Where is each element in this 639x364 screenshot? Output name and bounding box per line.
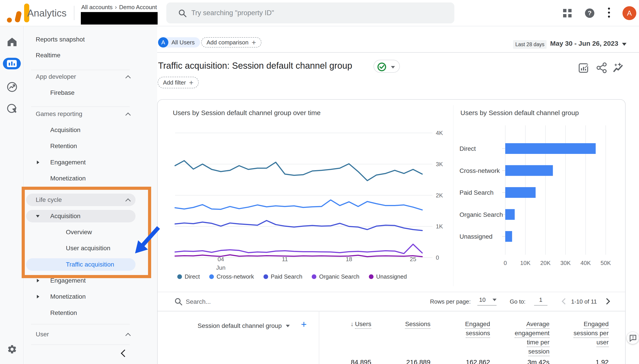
nav-item-label: Games reporting xyxy=(36,110,82,118)
total-cell: 162,862 xyxy=(452,358,490,364)
nav-divider xyxy=(31,106,130,107)
column-header-label: Engaged sessions xyxy=(465,320,490,338)
legend-item-cross-network: Cross-network xyxy=(209,273,254,280)
svg-text:40K: 40K xyxy=(580,260,591,266)
goto-page-label: Go to: xyxy=(510,298,526,305)
next-page-icon[interactable] xyxy=(604,298,611,305)
nav-section-app-developer[interactable]: App developer xyxy=(26,70,136,83)
rows-per-page-value: 10 xyxy=(479,296,486,303)
sidebar-item-engagement[interactable]: Engagement xyxy=(26,156,136,168)
previous-page-icon[interactable] xyxy=(561,298,567,305)
divider xyxy=(158,311,625,311)
rows-per-page-select[interactable]: 10 xyxy=(477,296,497,306)
global-search[interactable] xyxy=(166,2,454,24)
add-comparison-label: Add comparison xyxy=(206,39,248,46)
nav-item-label: User xyxy=(36,331,49,338)
nav-section-games-reporting[interactable]: Games reporting xyxy=(26,108,136,120)
nav-item-label: Retention xyxy=(50,309,77,316)
add-filter-button[interactable]: Add filter+ xyxy=(158,77,199,88)
user-avatar[interactable]: A xyxy=(622,6,636,20)
feedback-button[interactable] xyxy=(626,332,639,344)
topbar-divider xyxy=(74,6,74,20)
divider xyxy=(319,311,319,364)
collapse-nav-icon[interactable] xyxy=(119,349,128,358)
nav-section-user[interactable]: User xyxy=(26,328,136,340)
all-users-segment-chip[interactable]: A All Users xyxy=(158,37,200,48)
column-header-sessions[interactable]: Sessions xyxy=(393,320,431,328)
customize-report-icon[interactable] xyxy=(578,62,589,73)
column-header-engaged-sessions[interactable]: Engaged sessions xyxy=(452,320,490,338)
search-icon xyxy=(178,9,187,18)
legend-label: Unassigned xyxy=(376,273,407,280)
reports-icon-selected[interactable] xyxy=(0,57,24,74)
redacted-property-name xyxy=(81,12,158,24)
explore-icon[interactable] xyxy=(0,78,24,96)
svg-text:3K: 3K xyxy=(436,161,443,168)
svg-text:0: 0 xyxy=(504,260,507,266)
column-header-label: Sessions xyxy=(405,320,431,329)
svg-text:20K: 20K xyxy=(540,260,551,266)
total-cell: 84,895 xyxy=(333,358,371,364)
breadcrumb-account[interactable]: Demo Account xyxy=(119,4,157,10)
add-dimension-icon[interactable]: + xyxy=(301,319,307,330)
column-header-label: Average engagement time per session xyxy=(515,320,549,356)
breadcrumb[interactable]: All accounts›Demo Account xyxy=(81,4,157,11)
sidebar-item-realtime[interactable]: Realtime xyxy=(26,49,136,62)
sidebar-item-acquisition[interactable]: Acquisition xyxy=(26,124,136,136)
legend-item-paid-search: Paid Search xyxy=(263,273,302,280)
settings-gear-icon[interactable] xyxy=(0,340,24,358)
column-header-average-engagement-time-per-session[interactable]: Average engagement time per session xyxy=(511,320,549,356)
chart-legend: DirectCross-networkPaid SearchOrganic Se… xyxy=(177,273,407,280)
share-icon[interactable] xyxy=(596,62,607,73)
add-comparison-button[interactable]: Add comparison+ xyxy=(201,37,261,48)
search-icon xyxy=(174,297,183,306)
total-cell: 216,889 xyxy=(393,358,431,364)
sidebar-item-retention[interactable]: Retention xyxy=(26,140,136,152)
sidebar-item-monetization[interactable]: Monetization xyxy=(26,172,136,185)
left-icon-rail xyxy=(0,26,24,364)
svg-text:1K: 1K xyxy=(436,223,443,230)
segment-label: All Users xyxy=(171,39,195,46)
data-quality-badge[interactable] xyxy=(374,60,400,73)
google-apps-grid-icon[interactable] xyxy=(563,9,572,18)
search-input[interactable] xyxy=(191,2,437,24)
svg-text:0: 0 xyxy=(436,254,439,261)
sidebar-item-firebase[interactable]: Firebase xyxy=(26,86,136,99)
insights-icon[interactable] xyxy=(613,62,624,73)
column-header-users[interactable]: ↓Users xyxy=(333,320,371,328)
advertising-icon[interactable] xyxy=(0,100,24,117)
bar-chart-title: Users by Session default channel group xyxy=(460,109,579,117)
legend-label: Paid Search xyxy=(271,273,302,280)
legend-label: Cross-network xyxy=(217,273,254,280)
dimension-header[interactable]: Session default channel group xyxy=(198,322,290,330)
chevron-up-icon xyxy=(126,332,131,337)
sidebar-item-monetization[interactable]: Monetization xyxy=(26,290,136,303)
svg-text:30K: 30K xyxy=(560,260,571,266)
nav-item-label: Reports snapshot xyxy=(36,36,85,43)
legend-dot xyxy=(369,274,374,279)
expand-right-icon[interactable] xyxy=(37,279,39,282)
svg-text:10K: 10K xyxy=(520,260,531,266)
nav-item-label: Retention xyxy=(50,142,77,150)
page-title: Traffic acquisition: Session default cha… xyxy=(158,61,352,71)
plus-icon: + xyxy=(252,38,256,47)
date-range-badge: Last 28 days xyxy=(513,40,547,49)
column-header-engaged-sessions-per-user[interactable]: Engaged sessions per user xyxy=(571,320,609,347)
more-options-icon[interactable] xyxy=(608,8,610,19)
sidebar-item-retention[interactable]: Retention xyxy=(26,307,136,319)
column-header-label: Users xyxy=(355,320,371,329)
table-search-input[interactable] xyxy=(186,297,297,307)
goto-page-input[interactable]: 1 xyxy=(534,296,547,306)
date-range-selector[interactable]: May 30 - Jun 26, 2023 xyxy=(550,40,618,47)
expand-right-icon[interactable] xyxy=(37,160,39,164)
home-icon[interactable] xyxy=(0,33,24,51)
help-icon[interactable]: ? xyxy=(585,8,594,18)
expand-right-icon[interactable] xyxy=(37,295,39,298)
line-chart-title: Users by Session default channel group o… xyxy=(173,109,321,117)
sidebar-item-reports-snapshot[interactable]: Reports snapshot xyxy=(26,33,136,46)
main-content: A All Users Add comparison+ Last 28 days… xyxy=(157,26,639,364)
breadcrumb-all-accounts[interactable]: All accounts xyxy=(81,4,113,10)
pagination-range: 1-10 of 11 xyxy=(571,298,597,305)
caret-down-icon xyxy=(391,66,395,68)
nav-item-label: App developer xyxy=(36,73,76,80)
